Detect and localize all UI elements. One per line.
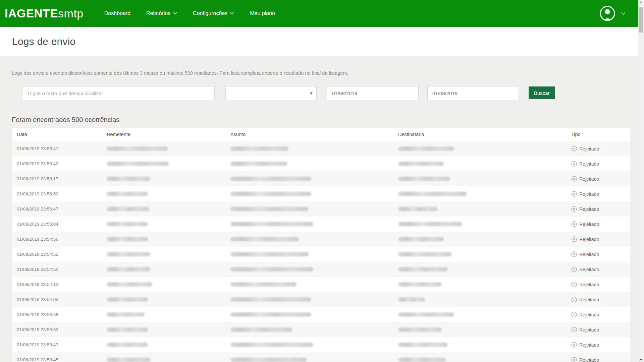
vertical-scrollbar[interactable] xyxy=(638,0,644,362)
log-timestamp: 01/08/2019 23:54:05 xyxy=(17,297,107,302)
redacted-sender xyxy=(107,327,148,332)
redacted-sender-cell xyxy=(107,192,230,196)
status-badge: Rejeitado xyxy=(579,297,599,302)
redacted-recipient-cell xyxy=(398,237,571,241)
logo-text-bold: IAGENTE xyxy=(5,7,58,20)
rejected-circle-x-icon xyxy=(571,236,577,242)
status-badge: Rejeitado xyxy=(579,342,599,348)
chevron-down-icon[interactable] xyxy=(621,12,626,15)
log-timestamp: 01/08/2019 23:53:45 xyxy=(17,357,107,362)
redacted-sender-cell xyxy=(107,312,230,317)
search-button[interactable]: Buscar xyxy=(529,86,555,99)
status-cell: Rejeitado xyxy=(571,266,630,272)
redacted-subject-cell xyxy=(230,327,398,332)
redacted-recipient xyxy=(398,192,467,196)
rejected-circle-x-icon xyxy=(571,146,577,152)
redacted-sender-cell xyxy=(107,267,230,272)
rejected-circle-x-icon xyxy=(571,327,577,333)
scroll-down-arrow-icon[interactable] xyxy=(640,359,642,361)
column-header-asunto: Asunto xyxy=(230,132,398,137)
nav-item-configuracoes[interactable]: Configurações xyxy=(193,10,234,16)
user-avatar-icon[interactable] xyxy=(599,5,615,21)
search-input[interactable] xyxy=(23,86,215,100)
nav-label: Dashboard xyxy=(104,10,130,16)
redacted-recipient xyxy=(398,327,442,332)
redacted-subject xyxy=(230,222,313,226)
redacted-subject xyxy=(230,162,287,166)
rejected-circle-x-icon xyxy=(571,266,577,272)
nav-item-dashboard[interactable]: Dashboard xyxy=(104,10,130,16)
redacted-recipient-cell xyxy=(398,252,571,256)
redacted-subject xyxy=(230,297,311,302)
redacted-subject xyxy=(230,207,308,211)
redacted-subject xyxy=(230,312,311,317)
scrollbar-thumb[interactable] xyxy=(639,7,643,33)
nav-item-relatorios[interactable]: Relatórios xyxy=(146,10,177,16)
redacted-recipient xyxy=(398,237,444,241)
log-timestamp: 01/08/2019 23:54:56 xyxy=(17,237,107,242)
redacted-sender xyxy=(107,192,148,196)
chevron-down-icon xyxy=(173,12,177,15)
log-timestamp: 01/08/2019 23:59:17 xyxy=(17,176,107,181)
status-badge: Rejeitado xyxy=(579,312,599,317)
status-cell: Rejeitado xyxy=(571,236,630,242)
redacted-subject xyxy=(230,358,307,362)
column-header-remetente: Remetente xyxy=(107,132,230,137)
redacted-sender-cell xyxy=(107,207,230,211)
redacted-sender xyxy=(107,146,168,151)
rejected-circle-x-icon xyxy=(571,161,577,167)
redacted-recipient xyxy=(398,297,425,302)
redacted-sender-cell xyxy=(107,282,230,287)
nav-label: Meu plano xyxy=(250,10,275,16)
status-badge: Rejeitado xyxy=(579,282,599,287)
redacted-recipient-cell xyxy=(398,222,571,226)
user-menu[interactable] xyxy=(599,5,626,21)
redacted-recipient-cell xyxy=(398,312,571,317)
redacted-sender xyxy=(107,297,148,302)
rejected-circle-x-icon xyxy=(571,282,577,287)
results-count-heading: Foram encontrados 500 ocorrências xyxy=(12,116,119,124)
redacted-sender xyxy=(107,252,150,256)
status-badge: Rejeitado xyxy=(579,176,599,182)
redacted-recipient xyxy=(398,252,452,256)
app-logo[interactable]: IAGENTEsmtp xyxy=(5,7,84,20)
redacted-recipient xyxy=(398,177,450,181)
redacted-subject xyxy=(230,177,311,181)
table-row: 01/08/2019 23:56:47Rejeitado xyxy=(12,201,630,217)
redacted-subject-cell xyxy=(230,343,398,347)
select-arrow-icon xyxy=(310,93,313,95)
table-row: 01/08/2019 23:59:42Rejeitado xyxy=(12,156,630,171)
redacted-subject-cell xyxy=(230,312,398,317)
page-title-band: Logs de envio xyxy=(0,27,638,56)
chevron-down-icon xyxy=(230,12,234,15)
date-to-input[interactable] xyxy=(427,86,519,100)
column-header-tipo: Tipo xyxy=(571,132,630,137)
redacted-subject xyxy=(230,146,288,151)
log-timestamp: 01/08/2019 23:53:53 xyxy=(17,327,107,332)
logo-text-light: smtp xyxy=(58,7,84,20)
log-timestamp: 01/08/2019 23:53:58 xyxy=(17,312,107,317)
status-badge: Rejeitado xyxy=(579,222,599,227)
page-content: Logs dos envio e eventos disponíveis som… xyxy=(0,56,638,362)
redacted-recipient-cell xyxy=(398,327,571,332)
status-badge: Rejeitado xyxy=(579,327,599,333)
nav-label: Relatórios xyxy=(146,10,170,16)
redacted-subject-cell xyxy=(230,177,398,181)
redacted-subject xyxy=(230,282,297,287)
date-from-input[interactable] xyxy=(327,86,419,100)
table-row: 01/08/2019 23:53:45Rejeitado xyxy=(12,352,630,362)
status-badge: Rejeitado xyxy=(579,357,599,362)
redacted-recipient-cell xyxy=(398,146,571,151)
page-title: Logs de envio xyxy=(12,36,75,47)
redacted-recipient xyxy=(398,358,446,362)
table-header-row: Data Remetente Asunto Destinatario Tipo xyxy=(12,128,630,141)
table-row: 01/08/2019 23:59:47Rejeitado xyxy=(12,141,630,156)
log-timestamp: 01/08/2019 23:54:52 xyxy=(17,252,107,257)
redacted-recipient-cell xyxy=(398,282,571,287)
event-type-select[interactable] xyxy=(225,86,317,100)
redacted-sender xyxy=(107,312,145,317)
nav-item-meu-plano[interactable]: Meu plano xyxy=(250,10,275,16)
redacted-recipient xyxy=(398,282,442,287)
rejected-circle-x-icon xyxy=(571,206,577,212)
scroll-up-arrow-icon[interactable] xyxy=(640,1,642,3)
